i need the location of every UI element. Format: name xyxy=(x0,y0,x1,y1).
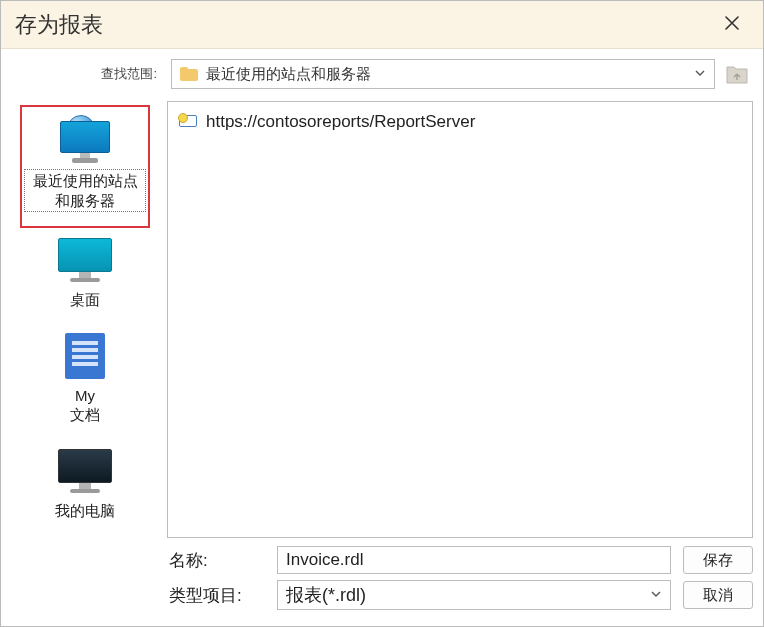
name-row: 名称: 保存 xyxy=(169,546,753,574)
save-button[interactable]: 保存 xyxy=(683,546,753,574)
folder-icon xyxy=(180,67,198,81)
close-icon[interactable] xyxy=(715,8,749,42)
type-label: 类型项目: xyxy=(169,584,265,607)
file-list-item[interactable]: https://contosoreports/ReportServer xyxy=(178,110,742,134)
server-icon xyxy=(178,113,198,131)
computer-icon xyxy=(22,445,148,497)
titlebar: 存为报表 xyxy=(1,1,763,49)
type-selected-text: 报表(*.rdl) xyxy=(286,583,650,607)
type-row: 类型项目: 报表(*.rdl) 取消 xyxy=(169,580,753,610)
lookin-label: 查找范围: xyxy=(13,65,163,83)
name-input[interactable] xyxy=(277,546,671,574)
save-as-report-dialog: 存为报表 查找范围: 最近使用的站点和服务器 xyxy=(0,0,764,627)
lookin-row: 查找范围: 最近使用的站点和服务器 xyxy=(1,49,763,95)
place-desktop[interactable]: 桌面 xyxy=(20,228,150,324)
monitor-icon xyxy=(22,234,148,286)
file-list[interactable]: https://contosoreports/ReportServer xyxy=(167,101,753,538)
place-my-documents[interactable]: My 文档 xyxy=(20,324,150,439)
file-item-text: https://contosoreports/ReportServer xyxy=(206,112,475,132)
name-label: 名称: xyxy=(169,549,265,572)
lookin-selected-text: 最近使用的站点和服务器 xyxy=(206,65,694,84)
place-mydocs-line2: 文档 xyxy=(70,406,100,423)
body-area: 最近使用的站点和服务器 桌面 My 文档 xyxy=(1,95,763,626)
place-my-computer[interactable]: 我的电脑 xyxy=(20,439,150,535)
globe-monitor-icon xyxy=(24,113,146,165)
places-bar: 最近使用的站点和服务器 桌面 My 文档 xyxy=(11,101,159,616)
cancel-button[interactable]: 取消 xyxy=(683,581,753,609)
place-mydocs-line1: My xyxy=(75,387,95,404)
dialog-title: 存为报表 xyxy=(15,10,715,40)
right-column: https://contosoreports/ReportServer 名称: … xyxy=(167,101,753,616)
chevron-down-icon xyxy=(694,67,706,82)
type-dropdown[interactable]: 报表(*.rdl) xyxy=(277,580,671,610)
chevron-down-icon xyxy=(650,588,662,603)
place-desktop-label: 桌面 xyxy=(70,290,100,310)
bottom-form: 名称: 保存 类型项目: 报表(*.rdl) 取消 xyxy=(167,546,753,616)
document-icon xyxy=(22,330,148,382)
place-mycomputer-label: 我的电脑 xyxy=(55,501,115,521)
place-mydocs-label: My 文档 xyxy=(70,386,100,425)
up-one-level-button[interactable] xyxy=(723,60,751,88)
place-recent-sites-servers[interactable]: 最近使用的站点和服务器 xyxy=(20,105,150,228)
lookin-dropdown[interactable]: 最近使用的站点和服务器 xyxy=(171,59,715,89)
place-recent-label: 最近使用的站点和服务器 xyxy=(24,169,146,212)
